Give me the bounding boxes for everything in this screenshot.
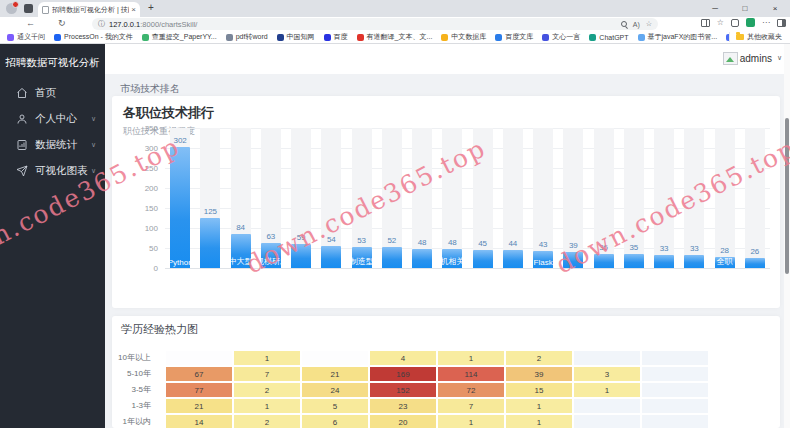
bar[interactable] xyxy=(321,246,341,268)
maximize-button[interactable]: □ xyxy=(730,0,760,17)
site-info-icon[interactable]: ⓘ xyxy=(98,19,105,29)
sidebar-item-0[interactable]: 首页 xyxy=(0,80,105,106)
heatmap-cell[interactable]: 1 xyxy=(233,398,301,414)
zoom-search-icon[interactable] xyxy=(621,21,627,27)
bar[interactable] xyxy=(200,218,220,268)
new-tab-button[interactable]: + xyxy=(148,2,154,13)
heatmap-cell[interactable]: 1 xyxy=(437,350,505,366)
heatmap-cell[interactable]: 21 xyxy=(165,398,233,414)
heatmap-cell[interactable]: 14 xyxy=(165,414,233,428)
heatmap-cell[interactable]: 169 xyxy=(369,366,437,382)
bar[interactable] xyxy=(382,247,402,268)
heatmap-cell[interactable] xyxy=(641,366,709,382)
bar[interactable] xyxy=(624,254,644,268)
read-aloud-icon[interactable]: A) xyxy=(633,21,640,28)
heatmap-cell[interactable] xyxy=(641,350,709,366)
favorite-star-icon[interactable]: ☆ xyxy=(646,20,652,28)
bookmark-item[interactable]: 百度 xyxy=(324,32,348,42)
avatar[interactable] xyxy=(723,52,738,65)
sidebar-item-3[interactable]: 可视化图表∨ xyxy=(0,158,105,184)
bar[interactable] xyxy=(654,255,674,268)
heatmap-cell[interactable]: 77 xyxy=(165,382,233,398)
bar[interactable] xyxy=(594,254,614,268)
page-scrollbar[interactable] xyxy=(784,44,790,428)
heatmap-cell[interactable]: 114 xyxy=(437,366,505,382)
favorites-bar-icon[interactable]: ☆ xyxy=(717,18,724,27)
settings-more-icon[interactable]: ⋯ xyxy=(762,18,770,27)
bar[interactable] xyxy=(291,244,311,268)
y-axis-tick-label: 50 xyxy=(149,244,158,253)
heatmap-cell[interactable]: 7 xyxy=(233,366,301,382)
scrollbar-thumb[interactable] xyxy=(785,118,789,274)
bookmark-item[interactable]: ChatGPT xyxy=(589,34,628,41)
heatmap-cell[interactable]: 6 xyxy=(301,414,369,428)
heatmap-cell[interactable] xyxy=(573,350,641,366)
bar-value-label: 48 xyxy=(437,238,467,247)
bookmark-item[interactable]: 中文数据库 xyxy=(441,32,486,42)
refresh-icon[interactable]: ↻ xyxy=(58,18,66,28)
heatmap-cell[interactable]: 1 xyxy=(233,350,301,366)
heatmap-cell[interactable]: 2 xyxy=(233,414,301,428)
bookmark-item[interactable]: 基于javaFX的图书管... xyxy=(638,32,718,42)
bookmark-favicon-icon xyxy=(357,34,364,41)
heatmap-cell[interactable]: 23 xyxy=(369,398,437,414)
heatmap-cell[interactable] xyxy=(641,382,709,398)
heatmap-cell[interactable]: 4 xyxy=(369,350,437,366)
heatmap-cell[interactable] xyxy=(641,414,709,428)
other-favorites-button[interactable]: 其他收藏夹 xyxy=(729,32,790,42)
heatmap-cell[interactable] xyxy=(165,350,233,366)
split-screen-icon[interactable] xyxy=(701,19,710,27)
bookmark-item[interactable]: 查重提交_PaperYY... xyxy=(142,32,217,42)
y-axis-tick-label: 200 xyxy=(145,184,158,193)
bar[interactable] xyxy=(745,258,765,268)
address-bar[interactable]: ⓘ 127.0.0.1 :8000/chartsSkill/ A) ☆ xyxy=(92,18,658,30)
bookmark-item[interactable]: pdf转word xyxy=(226,32,268,42)
heatmap-cell[interactable]: 24 xyxy=(301,382,369,398)
bookmark-item[interactable]: 文心一言 xyxy=(542,32,580,42)
heatmap-cell[interactable] xyxy=(573,414,641,428)
browser-tab[interactable]: 招聘数据可视化分析 | 技能情况 × xyxy=(38,2,140,17)
heatmap-cell[interactable]: 152 xyxy=(369,382,437,398)
bar[interactable] xyxy=(503,250,523,268)
minimize-button[interactable]: ─ xyxy=(700,0,730,17)
heatmap-cell[interactable]: 1 xyxy=(505,398,573,414)
bar[interactable] xyxy=(563,252,583,268)
sidebar-item-2[interactable]: 数据统计∨ xyxy=(0,132,105,158)
heatmap-cell[interactable]: 67 xyxy=(165,366,233,382)
bookmark-item[interactable]: 中国知网 xyxy=(277,32,315,42)
tab-actions-icon[interactable] xyxy=(24,4,33,13)
heatmap-cell[interactable] xyxy=(573,398,641,414)
bookmark-item[interactable]: 百度文库 xyxy=(495,32,533,42)
browser-profile-icon[interactable] xyxy=(6,3,17,14)
heatmap-cell[interactable]: 20 xyxy=(369,414,437,428)
heatmap-cell[interactable]: 1 xyxy=(505,414,573,428)
heatmap-cell[interactable]: 2 xyxy=(233,382,301,398)
heatmap-cell[interactable]: 72 xyxy=(437,382,505,398)
heatmap-cell[interactable]: 39 xyxy=(505,366,573,382)
bar[interactable] xyxy=(473,250,493,268)
heatmap-cell[interactable]: 21 xyxy=(301,366,369,382)
bookmark-item[interactable]: ProcessOn - 我的文件 xyxy=(54,32,133,42)
heatmap-cell[interactable]: 5 xyxy=(301,398,369,414)
heatmap-cell[interactable]: 3 xyxy=(573,366,641,382)
heatmap-cell[interactable]: 1 xyxy=(437,414,505,428)
heatmap-cell[interactable]: 15 xyxy=(505,382,573,398)
back-icon[interactable]: ← xyxy=(26,18,35,28)
bar[interactable] xyxy=(170,147,190,268)
sidebar-item-1[interactable]: 个人中心∨ xyxy=(0,106,105,132)
browser-essentials-icon[interactable] xyxy=(746,18,755,27)
heatmap-cell[interactable]: 7 xyxy=(437,398,505,414)
heatmap-cell[interactable]: 2 xyxy=(505,350,573,366)
bookmark-item[interactable]: 通义千问 xyxy=(7,32,45,42)
heatmap-cell[interactable]: 1 xyxy=(573,382,641,398)
bar[interactable] xyxy=(412,249,432,268)
close-button[interactable]: × xyxy=(760,0,790,17)
tab-close-icon[interactable]: × xyxy=(131,5,136,14)
bookmark-item[interactable]: 有道翻译_文本、文... xyxy=(357,32,433,42)
extensions-icon[interactable] xyxy=(731,19,739,27)
bar[interactable] xyxy=(684,255,704,268)
heatmap-cell[interactable] xyxy=(301,350,369,366)
copilot-sidebar-icon[interactable] xyxy=(777,19,786,27)
heatmap-cell[interactable] xyxy=(641,398,709,414)
username-dropdown[interactable]: admins xyxy=(740,53,772,64)
